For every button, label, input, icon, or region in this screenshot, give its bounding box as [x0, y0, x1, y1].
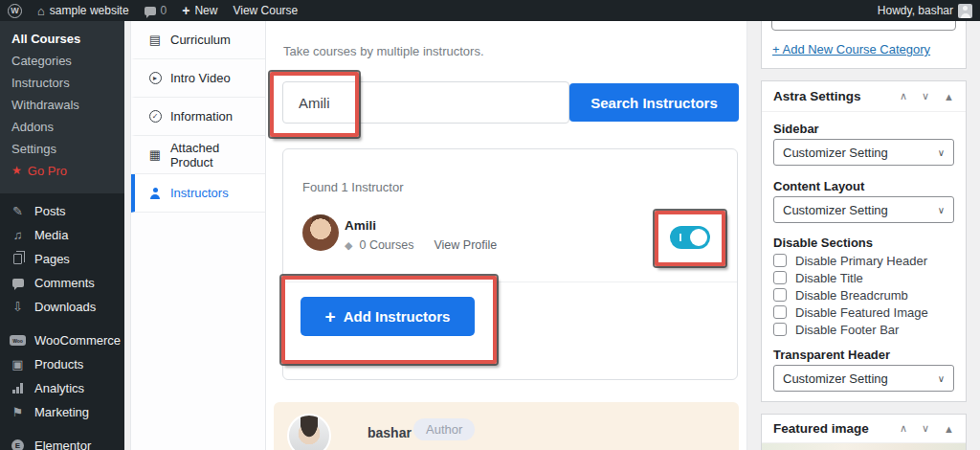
add-instructors-button[interactable]: + Add Instructors [301, 297, 475, 336]
sidebar-item-products[interactable]: ▣ Products [0, 352, 124, 376]
move-up-icon[interactable]: ∧ [900, 90, 907, 102]
astra-settings-header[interactable]: Astra Settings ∧ ∨ ▲ [762, 81, 966, 112]
sidebar-item-marketing[interactable]: ⚑ Marketing [0, 400, 124, 424]
chevron-down-icon: ∨ [938, 373, 945, 384]
howdy-text: Howdy, bashar [878, 4, 953, 17]
user-avatar [958, 4, 972, 18]
instructors-tab-content: Take courses by multiple instructors. Se… [266, 21, 746, 450]
content-layout-select[interactable]: Customizer Setting ∨ [773, 196, 954, 223]
admin-bar: W ⌂ sample website 0 + New View Course H… [0, 0, 980, 21]
author-row: bashar Author [274, 402, 739, 450]
add-new-course-category-link[interactable]: + Add New Course Category [772, 42, 930, 56]
wordpress-menu[interactable]: W [8, 4, 22, 18]
home-icon: ⌂ [37, 4, 45, 18]
pages-icon [10, 254, 26, 264]
sidebar-item-addons[interactable]: Addons [0, 116, 124, 138]
tab-attached-product[interactable]: ▦ Attached Product [131, 136, 265, 174]
product-bag-icon: ▦ [147, 147, 163, 162]
menu-label: Elementor [34, 439, 91, 450]
content-layout-field-label: Content Layout [773, 177, 954, 196]
chevron-down-icon: ∨ [938, 147, 945, 158]
tab-information[interactable]: ✓ Information [131, 98, 265, 136]
comment-count: 0 [161, 4, 167, 17]
sidebar-item-go-pro[interactable]: ★ Go Pro [0, 160, 124, 182]
view-course-label: View Course [233, 4, 298, 17]
astra-settings-title: Astra Settings [773, 89, 861, 103]
new-menu[interactable]: + New [182, 3, 217, 18]
menu-label: Posts [34, 204, 66, 218]
sidebar-item-woocommerce[interactable]: Woo WooCommerce [0, 328, 124, 352]
transparent-header-select[interactable]: Customizer Setting ∨ [773, 365, 954, 392]
checkbox-row-disable-primary-header: Disable Primary Header [773, 252, 954, 269]
view-profile-link[interactable]: View Profile [434, 238, 497, 252]
select-value: Customizer Setting [783, 146, 888, 160]
site-name-link[interactable]: ⌂ sample website [37, 4, 129, 18]
disable-sections-label: Disable Sections [773, 235, 954, 252]
view-course-link[interactable]: View Course [233, 4, 298, 17]
course-category-metabox: + Add New Course Category [761, 21, 967, 69]
sidebar-item-downloads[interactable]: ⇩ Downloads [0, 295, 124, 319]
collapse-toggle-icon[interactable]: ▲ [944, 423, 954, 435]
site-name: sample website [50, 4, 129, 17]
sidebar-item-analytics[interactable]: Analytics [0, 376, 124, 400]
admin-sidebar: All Courses Categories Instructors Withd… [0, 21, 124, 450]
instructor-course-count: 0 Courses [359, 238, 413, 252]
sidebar-item-comments[interactable]: Comments [0, 271, 124, 295]
sidebar-item-instructors[interactable]: Instructors [0, 72, 124, 94]
search-instructors-button[interactable]: Search Instructors [569, 83, 739, 122]
menu-separator [0, 319, 124, 328]
disable-breadcrumb-checkbox[interactable] [773, 288, 787, 302]
disable-primary-header-checkbox[interactable] [773, 254, 787, 267]
tab-intro-video[interactable]: ▸ Intro Video [131, 59, 265, 98]
menu-label: Media [34, 228, 68, 242]
sidebar-item-media[interactable]: ♫ Media [0, 223, 124, 247]
move-down-icon[interactable]: ∨ [922, 422, 929, 435]
disable-featured-image-checkbox[interactable] [773, 305, 787, 319]
disable-footer-bar-checkbox[interactable] [773, 323, 787, 336]
sidebar-item-withdrawals[interactable]: Withdrawals [0, 94, 124, 116]
account-menu[interactable]: Howdy, bashar [878, 4, 972, 18]
sidebar-item-all-courses[interactable]: All Courses [0, 28, 124, 50]
comments-link[interactable]: 0 [145, 4, 167, 17]
add-instructors-label: Add Instructors [344, 308, 451, 325]
new-category-input[interactable] [771, 21, 956, 31]
featured-image-header[interactable]: Featured image ∧ ∨ ▲ [762, 415, 966, 443]
sidebar-item-categories[interactable]: Categories [0, 50, 124, 72]
tab-curriculum[interactable]: ▤ Curriculum [131, 21, 265, 59]
tab-instructors[interactable]: Instructors [131, 174, 265, 213]
sidebar-item-pages[interactable]: Pages [0, 247, 124, 271]
sidebar-item-elementor[interactable]: E Elementor [0, 434, 124, 450]
instructor-toggle[interactable] [670, 226, 710, 249]
tab-label: Information [170, 109, 233, 124]
menu-label: Comments [34, 276, 95, 290]
author-avatar [287, 414, 331, 450]
menu-label: Analytics [34, 381, 84, 395]
editor-sidebar: + Add New Course Category Astra Settings… [761, 21, 967, 450]
disable-title-checkbox[interactable] [773, 271, 787, 284]
instructor-avatar [302, 214, 339, 251]
checkbox-row-disable-footer-bar: Disable Footer Bar [773, 321, 954, 338]
sidebar-setting-select[interactable]: Customizer Setting ∨ [773, 139, 954, 166]
sidebar-item-settings[interactable]: Settings [0, 138, 124, 160]
checkbox-label: Disable Breadcrumb [795, 288, 908, 303]
checkbox-row-disable-breadcrumb: Disable Breadcrumb [773, 286, 954, 304]
search-instructors-input[interactable] [282, 81, 569, 124]
new-label: New [194, 4, 217, 17]
move-up-icon[interactable]: ∧ [900, 422, 907, 435]
featured-image-thumbnail[interactable] [762, 443, 966, 450]
move-down-icon[interactable]: ∨ [922, 90, 929, 102]
checkbox-label: Disable Featured Image [795, 305, 928, 320]
author-name: bashar [368, 425, 412, 440]
play-circle-icon: ▸ [147, 72, 163, 84]
graduation-cap-icon: ◆ [345, 239, 352, 252]
select-value: Customizer Setting [783, 371, 888, 386]
featured-image-title: Featured image [773, 421, 869, 436]
star-icon: ★ [11, 160, 22, 182]
sidebar-item-posts[interactable]: ✎ Posts [0, 199, 124, 223]
row-divider [283, 281, 737, 282]
checkbox-label: Disable Title [795, 271, 863, 285]
tab-label: Instructors [170, 186, 229, 200]
menu-separator [0, 424, 124, 434]
checkbox-row-disable-title: Disable Title [773, 269, 954, 286]
collapse-toggle-icon[interactable]: ▲ [944, 91, 954, 102]
